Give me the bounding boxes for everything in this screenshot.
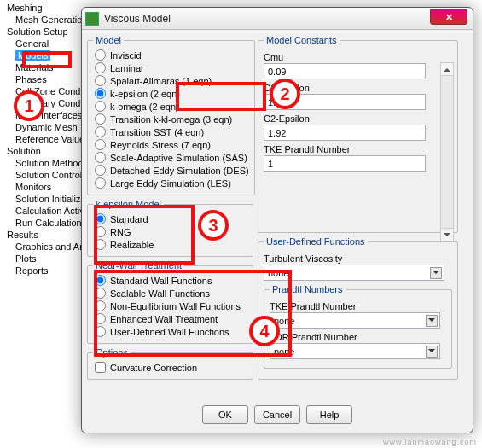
- tdr-prandtl-label: TDR Prandtl Number: [270, 332, 446, 342]
- kem-legend: k-epsilon Model: [93, 199, 164, 209]
- radio-k-epsilon[interactable]: k-epsilon (2 eqn): [93, 87, 249, 100]
- cancel-button[interactable]: Cancel: [254, 405, 300, 424]
- tke-prandtl-label: TKE Prandtl Number: [270, 301, 446, 311]
- c2e-label: C2-Epsilon: [264, 113, 452, 124]
- model-legend: Model: [93, 35, 124, 45]
- watermark: www.lanmaowang.com: [383, 438, 477, 446]
- radio-reynolds-stress[interactable]: Reynolds Stress (7 eqn): [93, 138, 249, 151]
- radio-rng[interactable]: RNG: [93, 225, 247, 238]
- close-button[interactable]: ✕: [430, 9, 467, 25]
- radio-non-equilibrium-wall-fn[interactable]: Non-Equilibrium Wall Functions: [93, 300, 247, 312]
- radio-les[interactable]: Large Eddy Simulation (LES): [93, 177, 249, 189]
- c1e-label: C1-Epsilon: [264, 83, 452, 93]
- app-icon: [85, 12, 99, 26]
- constants-scrollbar[interactable]: [440, 62, 454, 241]
- scroll-down-icon[interactable]: [441, 228, 453, 241]
- help-button[interactable]: Help: [306, 405, 352, 424]
- radio-standard-wall-fn[interactable]: Standard Wall Functions: [93, 274, 247, 287]
- udf-group: User-Defined Functions Turbulent Viscosi…: [258, 236, 458, 380]
- dialog-buttons: OK Cancel Help: [82, 405, 473, 424]
- k-epsilon-model-group: k-epsilon Model Standard RNG Realizable: [87, 199, 253, 257]
- check-curvature-correction[interactable]: Curvature Correction: [93, 361, 247, 374]
- c2e-input[interactable]: [264, 125, 426, 141]
- chevron-down-icon: [426, 346, 438, 358]
- turb-visc-label: Turbulent Viscosity: [264, 253, 452, 264]
- radio-transition-sst[interactable]: Transition SST (4 eqn): [93, 125, 249, 138]
- radio-standard[interactable]: Standard: [93, 212, 247, 225]
- model-group: Model Inviscid Laminar Spalart-Allmaras …: [87, 35, 255, 195]
- tdr-prandtl-dropdown[interactable]: none: [270, 343, 440, 359]
- nwt-legend: Near-Wall Treatment: [93, 260, 184, 271]
- radio-enhanced-wall-treatment[interactable]: Enhanced Wall Treatment: [93, 312, 247, 325]
- prandtl-numbers-group: Prandtl Numbers TKE Prandtl Number none …: [264, 284, 452, 369]
- radio-sas[interactable]: Scale-Adaptive Simulation (SAS): [93, 151, 249, 164]
- dialog-title: Viscous Model: [104, 13, 171, 25]
- radio-spalart-allmaras[interactable]: Spalart-Allmaras (1 eqn): [93, 74, 249, 87]
- near-wall-treatment-group: Near-Wall Treatment Standard Wall Functi…: [87, 260, 253, 344]
- scroll-up-icon[interactable]: [441, 63, 453, 76]
- cmu-label: Cmu: [264, 52, 452, 62]
- chevron-down-icon: [426, 315, 438, 327]
- radio-des[interactable]: Detached Eddy Simulation (DES): [93, 164, 249, 177]
- radio-k-omega[interactable]: k-omega (2 eqn): [93, 100, 249, 113]
- options-legend: Options: [93, 347, 131, 358]
- const-legend: Model Constants: [264, 35, 340, 45]
- model-constants-group: Model Constants Cmu C1-Epsilon C2-Epsilo…: [258, 35, 458, 233]
- turb-visc-dropdown[interactable]: none: [264, 265, 444, 281]
- titlebar[interactable]: Viscous Model ✕: [82, 8, 473, 30]
- radio-laminar[interactable]: Laminar: [93, 61, 249, 74]
- radio-scalable-wall-fn[interactable]: Scalable Wall Functions: [93, 287, 247, 300]
- tke-prandtl-dropdown[interactable]: none: [270, 312, 440, 329]
- options-group: Options Curvature Correction: [87, 347, 253, 380]
- radio-realizable[interactable]: Realizable: [93, 238, 247, 251]
- udf-legend: User-Defined Functions: [264, 236, 368, 247]
- tkep-input[interactable]: [264, 155, 426, 172]
- chevron-down-icon: [430, 267, 442, 279]
- radio-inviscid[interactable]: Inviscid: [93, 49, 249, 61]
- cmu-input[interactable]: [264, 63, 426, 79]
- viscous-model-dialog: Viscous Model ✕ Model Inviscid Laminar S…: [81, 7, 473, 433]
- radio-transition-kklomega[interactable]: Transition k-kl-omega (3 eqn): [93, 113, 249, 125]
- ok-button[interactable]: OK: [202, 405, 248, 424]
- tkep-label: TKE Prandtl Number: [264, 144, 452, 154]
- prandtl-legend: Prandtl Numbers: [270, 284, 346, 294]
- radio-user-defined-wall-fn[interactable]: User-Defined Wall Functions: [93, 325, 247, 338]
- c1e-input[interactable]: [264, 94, 426, 110]
